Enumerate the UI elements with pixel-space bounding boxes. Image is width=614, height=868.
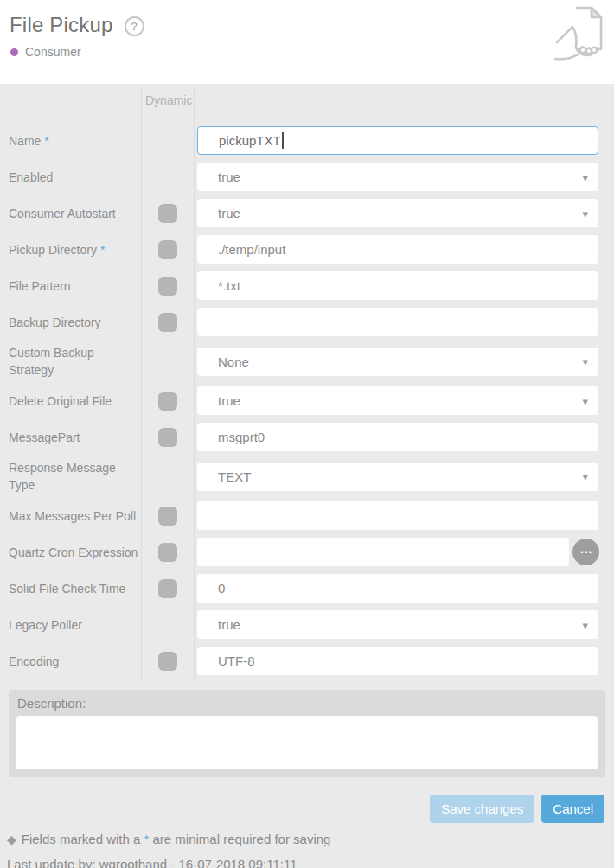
dynamic-checkbox-encoding[interactable] xyxy=(158,652,177,671)
note-suffix: are minimal required for saving xyxy=(149,832,330,846)
field-control-cell: true▾ xyxy=(194,386,614,415)
select-value: true xyxy=(218,206,240,220)
dynamic-checkbox-file-pattern[interactable] xyxy=(158,277,177,296)
file-pickup-hand-document-icon xyxy=(553,5,607,62)
dynamic-column-header: Dynamic xyxy=(0,84,614,108)
field-label-text: Consumer Autostart xyxy=(9,205,141,222)
dynamic-cell xyxy=(141,579,194,598)
input-quartz-cron-expression[interactable] xyxy=(197,538,569,566)
input-value: pickupTXT xyxy=(219,133,281,148)
form-row-custom-backup-strategy: Custom BackupStrategy None▾ xyxy=(0,344,614,379)
required-star: * xyxy=(44,134,48,148)
dynamic-checkbox-messagepart[interactable] xyxy=(158,428,177,447)
required-fields-note: ◆Fields marked with a * are minimal requ… xyxy=(7,832,614,846)
component-type-badge: Consumer xyxy=(10,45,614,59)
select-delete-original-file[interactable]: true▾ xyxy=(197,386,598,415)
field-label-text: Encoding xyxy=(9,653,141,670)
field-control-cell: true▾ xyxy=(194,199,614,227)
input-pickup-directory[interactable] xyxy=(197,235,598,264)
field-label-text: File Pattern xyxy=(9,278,141,295)
select-value: TEXT xyxy=(218,469,251,484)
chevron-down-icon: ▾ xyxy=(582,470,588,483)
field-control-cell xyxy=(194,647,614,675)
select-legacy-poller[interactable]: true▾ xyxy=(197,610,598,639)
select-enabled[interactable]: true▾ xyxy=(197,163,598,191)
form-rows: Name* pickupTXT Enabled true▾ Consumer A… xyxy=(0,126,614,683)
action-buttons: Save changes Cancel xyxy=(0,795,604,823)
save-changes-button[interactable]: Save changes xyxy=(430,795,534,823)
field-label: Max Messages Per Poll xyxy=(0,507,141,525)
title-row: File Pickup ? xyxy=(10,13,614,37)
input-encoding[interactable] xyxy=(197,647,598,675)
select-response-message-type[interactable]: TEXT▾ xyxy=(197,463,598,491)
description-textarea[interactable] xyxy=(16,716,598,769)
dynamic-cell xyxy=(141,277,194,296)
dynamic-cell xyxy=(141,428,194,447)
diamond-icon: ◆ xyxy=(7,833,16,846)
dynamic-cell xyxy=(141,467,194,486)
select-value: true xyxy=(218,393,240,408)
dynamic-cell xyxy=(141,652,194,671)
last-update-text: Last update by: wgroothand - 16-07-2018 … xyxy=(7,857,614,868)
page-title: File Pickup xyxy=(10,13,113,37)
input-name[interactable]: pickupTXT xyxy=(197,126,598,155)
form-row-delete-original-file: Delete Original File true▾ xyxy=(0,386,614,415)
form-row-quartz-cron-expression: Quartz Cron Expression ••• xyxy=(0,538,614,566)
field-control-cell xyxy=(194,423,614,451)
dynamic-cell xyxy=(141,131,194,150)
input-backup-directory[interactable] xyxy=(197,308,598,336)
field-label-text: Backup Directory xyxy=(9,314,141,331)
required-star: * xyxy=(100,243,105,257)
input-file-pattern[interactable] xyxy=(197,271,598,300)
cancel-button[interactable]: Cancel xyxy=(541,795,604,823)
table-left-border xyxy=(3,86,3,681)
field-control-cell xyxy=(194,308,614,336)
field-label-text: MessagePart xyxy=(9,429,141,446)
field-label-text: Pickup Directory* xyxy=(9,241,141,258)
select-consumer-autostart[interactable]: true▾ xyxy=(197,199,598,227)
dynamic-cell xyxy=(141,204,194,223)
form-row-encoding: Encoding xyxy=(0,647,614,675)
field-label: Solid File Check Time xyxy=(0,580,141,597)
field-label-text: Type xyxy=(9,476,141,494)
page-header: File Pickup ? Consumer xyxy=(0,0,614,84)
dynamic-cell xyxy=(141,616,194,635)
select-custom-backup-strategy[interactable]: None▾ xyxy=(197,348,598,376)
input-max-messages-per-poll[interactable] xyxy=(197,501,598,530)
form-row-messagepart: MessagePart xyxy=(0,423,614,451)
dynamic-cell xyxy=(141,240,194,259)
field-label: Pickup Directory* xyxy=(0,241,141,258)
dynamic-checkbox-delete-original-file[interactable] xyxy=(158,392,177,411)
form-table: Dynamic Name* pickupTXT Enabled true▾ Co… xyxy=(0,84,614,683)
input-messagepart[interactable] xyxy=(197,423,598,451)
dynamic-checkbox-quartz-cron-expression[interactable] xyxy=(158,543,177,562)
input-solid-file-check-time[interactable] xyxy=(197,574,598,603)
field-label-text: Quartz Cron Expression xyxy=(9,544,141,561)
chevron-down-icon: ▾ xyxy=(582,170,588,183)
form-row-backup-directory: Backup Directory xyxy=(0,308,614,336)
help-icon[interactable]: ? xyxy=(125,16,144,36)
dynamic-cell xyxy=(141,392,194,411)
field-label: Name* xyxy=(0,132,141,150)
field-label-text: Solid File Check Time xyxy=(9,580,141,597)
ellipsis-button[interactable]: ••• xyxy=(572,539,599,565)
field-label: MessagePart xyxy=(0,429,141,446)
chevron-down-icon: ▾ xyxy=(582,618,588,631)
field-control-cell: pickupTXT xyxy=(194,126,614,155)
dynamic-cell xyxy=(141,313,194,332)
dynamic-checkbox-pickup-directory[interactable] xyxy=(158,240,177,259)
dynamic-checkbox-solid-file-check-time[interactable] xyxy=(158,579,177,598)
dynamic-cell xyxy=(141,507,194,526)
form-row-file-pattern: File Pattern xyxy=(0,271,614,300)
dynamic-checkbox-consumer-autostart[interactable] xyxy=(158,204,177,223)
dynamic-checkbox-backup-directory[interactable] xyxy=(158,313,177,332)
field-label-text: Strategy xyxy=(9,361,141,379)
dynamic-cell xyxy=(141,352,194,371)
form-area: Dynamic Name* pickupTXT Enabled true▾ Co… xyxy=(0,84,614,868)
form-row-pickup-directory: Pickup Directory* xyxy=(0,235,614,264)
field-control-cell: true▾ xyxy=(194,163,614,191)
dynamic-checkbox-max-messages-per-poll[interactable] xyxy=(158,507,177,526)
select-value: None xyxy=(218,354,249,369)
field-control-cell: None▾ xyxy=(194,348,614,376)
field-label: Encoding xyxy=(0,653,141,670)
